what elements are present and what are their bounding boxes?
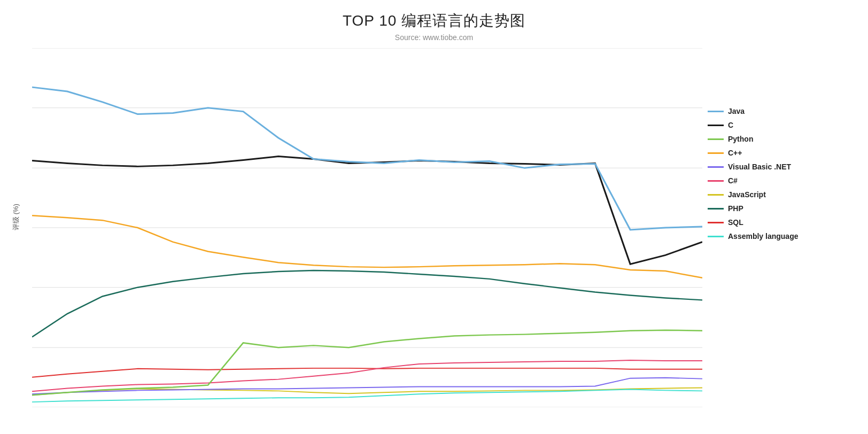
y-axis-label: 评级 (%) bbox=[11, 204, 21, 230]
legend-color-swatch bbox=[708, 194, 724, 196]
sql-line bbox=[32, 368, 702, 377]
csharp-line bbox=[32, 360, 702, 391]
assembly-line bbox=[32, 389, 702, 402]
legend-label: C bbox=[728, 121, 733, 129]
legend-label: C++ bbox=[728, 149, 742, 157]
legend-item-c#: C# bbox=[708, 176, 857, 185]
vb-line bbox=[32, 378, 702, 394]
legend-label: JavaScript bbox=[728, 190, 766, 199]
legend-item-c: C bbox=[708, 121, 857, 129]
legend-label: Assembly language bbox=[728, 232, 799, 241]
legend-label: Visual Basic .NET bbox=[728, 162, 791, 171]
python-line bbox=[32, 330, 702, 396]
chart-svg-area: 0 5 10 15 20 25 30 2002 2004 2006 2008 2… bbox=[32, 48, 702, 407]
legend-item-visual-basic-.net: Visual Basic .NET bbox=[708, 162, 857, 171]
legend-color-swatch bbox=[708, 208, 724, 210]
legend-color-swatch bbox=[708, 236, 724, 237]
legend-color-swatch bbox=[708, 180, 724, 182]
legend-color-swatch bbox=[708, 152, 724, 154]
legend-label: Java bbox=[728, 107, 745, 115]
legend-item-php: PHP bbox=[708, 204, 857, 213]
legend-item-java: Java bbox=[708, 107, 857, 115]
legend-color-swatch bbox=[708, 111, 724, 112]
legend-item-c++: C++ bbox=[708, 149, 857, 157]
cpp-line bbox=[32, 215, 702, 278]
chart-subtitle: Source: www.tiobe.com bbox=[0, 33, 868, 42]
legend-item-javascript: JavaScript bbox=[708, 190, 857, 199]
legend-color-swatch bbox=[708, 125, 724, 126]
legend-item-assembly-language: Assembly language bbox=[708, 232, 857, 241]
php-line bbox=[32, 270, 702, 337]
legend-color-swatch bbox=[708, 222, 724, 223]
legend-label: C# bbox=[728, 176, 738, 185]
c-line bbox=[32, 157, 702, 265]
chart-container: TOP 10 编程语言的走势图 Source: www.tiobe.com 评级… bbox=[0, 0, 868, 434]
legend-label: SQL bbox=[728, 218, 743, 227]
legend: JavaCPythonC++Visual Basic .NETC#JavaScr… bbox=[708, 107, 857, 246]
chart-title: TOP 10 编程语言的走势图 bbox=[0, 0, 868, 31]
legend-item-python: Python bbox=[708, 135, 857, 143]
legend-label: PHP bbox=[728, 204, 743, 213]
java-line bbox=[32, 87, 702, 230]
legend-label: Python bbox=[728, 135, 753, 143]
legend-item-sql: SQL bbox=[708, 218, 857, 227]
legend-color-swatch bbox=[708, 166, 724, 168]
legend-color-swatch bbox=[708, 138, 724, 140]
